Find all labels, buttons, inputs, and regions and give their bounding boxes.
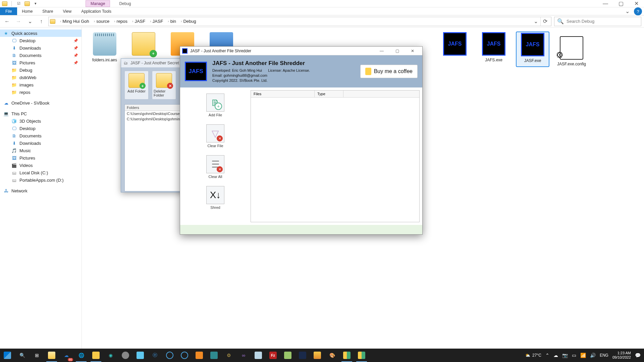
nav-pc-music[interactable]: 🎵Music: [0, 147, 82, 154]
taskbar-app-generic4[interactable]: [177, 349, 192, 362]
breadcrumb[interactable]: Debug: [183, 19, 196, 24]
shred-button[interactable]: X↓ Shred: [205, 186, 226, 209]
nav-pc-downloads[interactable]: ⬇Downloads: [0, 139, 82, 147]
ribbon-share-tab[interactable]: Share: [38, 7, 58, 15]
search-input[interactable]: [567, 19, 638, 24]
taskbar-app-onedrive[interactable]: ☁85: [59, 349, 74, 362]
nav-qa-dstkweb[interactable]: 📁dstkWeb: [0, 74, 82, 81]
shredder-maximize-button[interactable]: ▢: [389, 47, 405, 55]
tray-notifications-icon[interactable]: 💬: [635, 353, 641, 358]
ribbon-apptools-tab[interactable]: Application Tools: [76, 7, 116, 15]
nav-pc-documents[interactable]: 🗎Documents: [0, 132, 82, 139]
file-item[interactable]: folders.ini.aes: [89, 32, 121, 66]
breadcrumb[interactable]: source: [96, 19, 109, 24]
add-file-button[interactable]: 🗎 Add File: [205, 94, 226, 117]
clear-file-button[interactable]: ▽ Clear File: [205, 124, 226, 148]
nav-qa-documents[interactable]: 🗎Documents📌: [0, 52, 82, 59]
ribbon-expand-icon[interactable]: ⌄: [623, 7, 632, 15]
delete-folder-button[interactable]: Deleter Folder: [152, 71, 176, 100]
nav-pc-portableapps[interactable]: 🖴PortableApps.com (D:): [0, 176, 82, 184]
tray-wifi-icon[interactable]: 📶: [580, 353, 586, 358]
tray-chevron-up-icon[interactable]: ⌃: [545, 353, 549, 358]
shredder-minimize-button[interactable]: —: [374, 47, 389, 55]
nav-forward-button[interactable]: →: [14, 17, 23, 26]
nav-pc-3dobjects[interactable]: 🧊3D Objects: [0, 117, 82, 125]
nav-qa-pictures[interactable]: 🖼Pictures📌: [0, 59, 82, 66]
tray-meetnow-icon[interactable]: 📷: [562, 353, 568, 358]
taskbar-app-generic2[interactable]: [133, 349, 148, 362]
task-view-button[interactable]: ⊞: [30, 349, 44, 362]
shredder-titlebar[interactable]: JASF - Just Another File Shredder — ▢ ✕: [180, 47, 422, 55]
shredder-close-button[interactable]: ✕: [405, 47, 420, 55]
nav-pc-desktop[interactable]: 🖵Desktop: [0, 125, 82, 132]
breadcrumb[interactable]: repos: [117, 19, 128, 24]
explorer-minimize-button[interactable]: —: [598, 0, 613, 7]
weather-widget[interactable]: ⛅ 27°C: [525, 353, 541, 358]
ribbon-file-tab[interactable]: File: [0, 7, 17, 15]
file-item-jafs[interactable]: JAFS: [439, 32, 471, 66]
search-box[interactable]: 🔍: [554, 17, 641, 26]
taskbar-app-files[interactable]: [89, 349, 103, 362]
qat-folder-icon[interactable]: [24, 1, 30, 6]
explorer-maximize-button[interactable]: ▢: [613, 0, 629, 7]
address-history-dropdown[interactable]: ⌄: [532, 17, 540, 26]
column-header-files[interactable]: Files: [251, 90, 315, 97]
nav-quick-access[interactable]: ★Quick access: [0, 29, 82, 37]
taskbar-app-generic7[interactable]: ⚙: [221, 349, 236, 362]
column-header-type[interactable]: Type: [315, 90, 343, 97]
taskbar-app-jasf2[interactable]: [354, 349, 369, 362]
nav-qa-downloads[interactable]: ⬇Downloads📌: [0, 44, 82, 52]
file-item-config[interactable]: JASF.exe.config: [555, 36, 588, 66]
refresh-button[interactable]: ⟳: [540, 17, 550, 26]
start-button[interactable]: [0, 349, 15, 362]
file-item-jafsexe[interactable]: JAFS JAFS.exe: [478, 32, 510, 66]
nav-qa-repos[interactable]: 📁repos: [0, 88, 82, 96]
taskbar-app-notepad[interactable]: [251, 349, 266, 362]
taskbar-app-generic8[interactable]: [280, 349, 295, 362]
breadcrumb[interactable]: Ming Hui Goh: [62, 19, 89, 24]
taskbar-app-paint[interactable]: 🎨: [325, 349, 339, 362]
add-folder-button[interactable]: Add Folder: [124, 71, 149, 100]
ribbon-view-tab[interactable]: View: [58, 7, 76, 15]
taskbar-app-generic5[interactable]: [192, 349, 207, 362]
nav-pc-videos[interactable]: 🎬Videos: [0, 162, 82, 169]
taskbar-app-explorer[interactable]: [44, 349, 59, 362]
taskbar-app-generic10[interactable]: [310, 349, 325, 362]
nav-network[interactable]: 🖧Network: [0, 187, 82, 194]
files-grid[interactable]: Files Type: [251, 90, 420, 222]
tray-battery-icon[interactable]: ▭: [572, 353, 576, 358]
tray-clock[interactable]: 1:23 AM 09/10/2022: [612, 351, 631, 359]
taskbar-app-filezilla[interactable]: Fz: [266, 349, 280, 362]
address-bar[interactable]: ›Ming Hui Goh ›source ›repos ›JASF ›JASF…: [48, 17, 551, 26]
qat-properties-icon[interactable]: ☑: [16, 1, 22, 7]
qat-dropdown-icon[interactable]: ▾: [33, 1, 39, 7]
nav-pc-localdisk[interactable]: 🖴Local Disk (C:): [0, 169, 82, 176]
taskbar-app-edge[interactable]: ◉: [103, 349, 118, 362]
nav-back-button[interactable]: ←: [3, 17, 11, 26]
breadcrumb[interactable]: JASF: [135, 19, 145, 24]
tray-onedrive-icon[interactable]: ☁: [553, 353, 558, 358]
nav-qa-debug[interactable]: 📁Debug: [0, 66, 82, 74]
taskbar-app-ie[interactable]: ⓔ: [148, 349, 162, 362]
nav-onedrive[interactable]: ☁OneDrive - SVBook: [0, 99, 82, 107]
ribbon-home-tab[interactable]: Home: [17, 7, 38, 15]
breadcrumb[interactable]: bin: [170, 19, 176, 24]
contextual-tab-manage[interactable]: Manage: [86, 0, 110, 7]
tray-language[interactable]: ENG: [600, 353, 608, 358]
taskbar-app-generic3[interactable]: [162, 349, 177, 362]
nav-pc-pictures[interactable]: 🖼Pictures: [0, 154, 82, 162]
nav-recent-dropdown[interactable]: ⌄: [25, 17, 34, 26]
explorer-close-button[interactable]: ✕: [629, 0, 644, 7]
buy-coffee-button[interactable]: Buy me a coffee: [360, 65, 418, 78]
taskbar-app-visualstudio[interactable]: ∞: [236, 349, 251, 362]
tray-volume-icon[interactable]: 🔊: [590, 353, 596, 358]
taskbar-search-button[interactable]: 🔍: [15, 349, 30, 362]
nav-qa-desktop[interactable]: 🖵Desktop📌: [0, 37, 82, 44]
file-item-jasfexe-selected[interactable]: JAFS JASF.exe: [517, 32, 549, 66]
nav-up-button[interactable]: ↑: [37, 17, 46, 26]
taskbar-app-jasf1[interactable]: [339, 349, 354, 362]
nav-this-pc[interactable]: 💻This PC: [0, 110, 82, 117]
taskbar-app-generic1[interactable]: [118, 349, 133, 362]
taskbar-app-generic6[interactable]: [207, 349, 221, 362]
breadcrumb[interactable]: JASF: [153, 19, 163, 24]
